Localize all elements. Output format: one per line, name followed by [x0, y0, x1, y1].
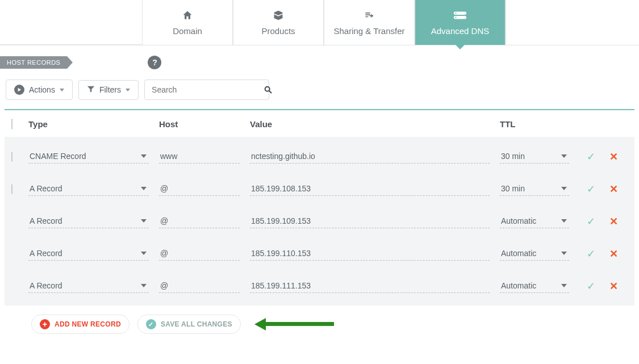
delete-icon[interactable]: ✕	[602, 183, 625, 195]
home-icon	[181, 9, 194, 22]
cell-text: 185.199.111.153	[251, 281, 311, 290]
delete-icon[interactable]: ✕	[602, 280, 625, 292]
row-checkbox[interactable]	[11, 184, 12, 194]
cell-text: CNAME Record	[30, 152, 86, 161]
filter-icon	[87, 85, 95, 95]
help-icon[interactable]: ?	[148, 56, 161, 69]
svg-line-5	[269, 91, 272, 93]
footer-actions: + ADD NEW RECORD ✓ SAVE ALL CHANGES	[0, 306, 639, 344]
annotation-arrow	[254, 320, 334, 329]
table-row: A Record @ 185.199.110.153 Automatic ✓ ✕	[5, 237, 634, 270]
cell-text: 30 min	[501, 152, 525, 161]
type-select[interactable]: A Record	[28, 246, 149, 261]
ttl-select[interactable]: Automatic	[500, 246, 569, 261]
top-tabs: Domain Products Sharing & Transfer Advan…	[0, 0, 639, 45]
play-icon	[14, 85, 24, 95]
col-host: Host	[159, 119, 250, 129]
ttl-select[interactable]: 30 min	[500, 149, 569, 164]
chevron-down-icon	[60, 89, 64, 91]
type-select[interactable]: A Record	[28, 214, 149, 228]
col-ttl: TTL	[500, 119, 579, 129]
cell-text: 185.199.110.153	[251, 249, 311, 258]
dns-icon	[453, 9, 467, 22]
table-header: Type Host Value TTL	[5, 110, 634, 137]
search-input[interactable]	[145, 80, 258, 99]
add-new-record-button[interactable]: + ADD NEW RECORD	[31, 315, 130, 334]
confirm-icon[interactable]: ✓	[579, 150, 602, 163]
table-row: A Record @ 185.199.111.153 Automatic ✓ ✕	[5, 270, 634, 302]
cell-text: nctesting.github.io	[251, 152, 315, 161]
host-records-table: Type Host Value TTL CNAME Record www nct…	[5, 109, 634, 306]
check-icon: ✓	[146, 319, 156, 329]
table-row: A Record @ 185.199.109.153 Automatic ✓ ✕	[5, 205, 634, 237]
save-all-changes-button[interactable]: ✓ SAVE ALL CHANGES	[137, 315, 241, 334]
delete-icon[interactable]: ✕	[602, 215, 625, 228]
host-field[interactable]: @	[159, 279, 240, 293]
cell-text: 30 min	[501, 184, 525, 193]
type-select[interactable]: CNAME Record	[28, 149, 149, 164]
delete-icon[interactable]: ✕	[602, 248, 625, 260]
value-field[interactable]: 185.199.110.153	[250, 246, 490, 261]
type-select[interactable]: A Record	[28, 279, 149, 293]
button-label: Actions	[29, 85, 55, 94]
ttl-select[interactable]: Automatic	[500, 279, 569, 293]
cell-text: @	[160, 281, 168, 290]
value-field[interactable]: 185.199.108.153	[250, 182, 490, 196]
type-select[interactable]: A Record	[28, 182, 149, 196]
ttl-select[interactable]: 30 min	[500, 182, 569, 196]
row-checkbox[interactable]	[11, 152, 12, 162]
host-field[interactable]: www	[159, 149, 240, 164]
button-label: SAVE ALL CHANGES	[161, 320, 232, 328]
value-field[interactable]: nctesting.github.io	[250, 149, 490, 164]
tab-advanced-dns[interactable]: Advanced DNS	[415, 0, 506, 45]
ttl-select[interactable]: Automatic	[500, 214, 569, 228]
select-all-checkbox[interactable]	[11, 119, 12, 129]
host-field[interactable]: @	[159, 182, 240, 196]
tab-sharing-transfer[interactable]: Sharing & Transfer	[324, 0, 415, 45]
host-field[interactable]: @	[159, 214, 240, 228]
table-row: A Record @ 185.199.108.153 30 min ✓ ✕	[5, 173, 634, 205]
cell-text: A Record	[30, 281, 62, 290]
cell-text: 185.199.109.153	[251, 216, 311, 225]
share-icon	[362, 9, 376, 22]
table-body: CNAME Record www nctesting.github.io 30 …	[5, 137, 634, 306]
tab-label: Sharing & Transfer	[333, 26, 404, 36]
cell-text: Automatic	[501, 216, 536, 225]
button-label: Filters	[99, 85, 121, 94]
cell-text: Automatic	[501, 281, 536, 290]
confirm-icon[interactable]: ✓	[579, 280, 602, 292]
cell-text: Automatic	[501, 249, 536, 258]
cell-text: A Record	[30, 249, 62, 258]
section-header: HOST RECORDS ?	[0, 45, 639, 75]
cell-text: @	[160, 216, 168, 225]
tab-products[interactable]: Products	[233, 0, 324, 45]
plus-icon: +	[40, 319, 50, 329]
value-field[interactable]: 185.199.109.153	[250, 214, 490, 228]
svg-point-2	[455, 12, 456, 14]
search-icon[interactable]	[258, 82, 278, 98]
host-field[interactable]: @	[159, 246, 240, 261]
tab-spacer	[506, 0, 639, 45]
table-row: CNAME Record www nctesting.github.io 30 …	[5, 140, 634, 173]
value-field[interactable]: 185.199.111.153	[250, 279, 490, 293]
cell-text: @	[160, 184, 168, 193]
col-type: Type	[28, 119, 159, 129]
delete-icon[interactable]: ✕	[602, 150, 625, 163]
confirm-icon[interactable]: ✓	[579, 183, 602, 195]
box-icon	[272, 9, 285, 22]
button-label: ADD NEW RECORD	[55, 320, 121, 328]
confirm-icon[interactable]: ✓	[579, 248, 602, 260]
chevron-down-icon	[126, 89, 130, 91]
tab-domain[interactable]: Domain	[142, 0, 233, 45]
cell-text: 185.199.108.153	[251, 184, 311, 193]
host-records-tag: HOST RECORDS	[0, 56, 67, 69]
svg-point-3	[455, 17, 456, 18]
search-wrap	[144, 80, 269, 100]
col-value: Value	[250, 119, 500, 129]
filters-button[interactable]: Filters	[78, 80, 139, 100]
confirm-icon[interactable]: ✓	[579, 215, 602, 228]
tab-label: Domain	[173, 26, 202, 36]
tab-spacer	[0, 0, 142, 45]
cell-text: A Record	[30, 216, 62, 225]
actions-button[interactable]: Actions	[6, 80, 73, 100]
